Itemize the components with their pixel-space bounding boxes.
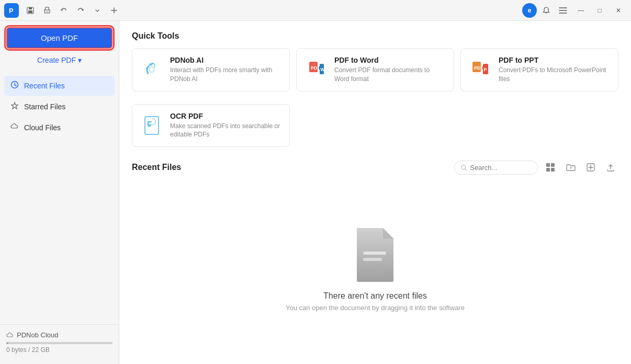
save-button[interactable] xyxy=(23,3,38,18)
svg-rect-27 xyxy=(363,258,382,261)
svg-rect-23 xyxy=(546,168,550,172)
view-toggle-button[interactable] xyxy=(543,160,559,175)
user-avatar[interactable]: e xyxy=(522,3,537,18)
app-icon: P xyxy=(4,3,19,18)
svg-text:P: P xyxy=(9,7,14,15)
pdf-to-word-icon: PDF W xyxy=(305,59,327,81)
search-input[interactable] xyxy=(470,164,531,172)
dropdown-button[interactable] xyxy=(90,3,105,18)
svg-point-9 xyxy=(149,67,154,72)
svg-text:P: P xyxy=(484,67,487,72)
open-pdf-button[interactable]: Open PDF xyxy=(6,27,112,49)
add-tab-button[interactable] xyxy=(107,3,121,18)
ocr-pdf-info: OCR PDF Make scanned PDFs into searchabl… xyxy=(170,112,281,140)
pdf-to-ppt-desc: Convert PDFs to Microsoft PowerPoint fil… xyxy=(499,66,610,84)
sidebar-footer: PDNob Cloud 0 bytes / 22 GB xyxy=(0,324,119,358)
recent-files-header: Recent Files xyxy=(132,160,618,175)
pdnob-ai-info: PDNob AI Interact with PDFs more smartly… xyxy=(170,56,281,84)
tool-pdf-to-word[interactable]: PDF W PDF to Word Convert PDF format doc… xyxy=(296,48,454,92)
quick-tools-title: Quick Tools xyxy=(132,31,618,41)
svg-rect-21 xyxy=(546,163,550,167)
sidebar-item-cloud-label: Cloud Files xyxy=(24,123,61,132)
cloud-icon xyxy=(10,122,19,133)
pdf-to-word-desc: Convert PDF format documents to Word for… xyxy=(334,66,445,84)
title-bar-right: e — □ ✕ xyxy=(522,3,627,18)
title-bar-tools xyxy=(23,3,121,18)
pdf-to-word-name: PDF to Word xyxy=(334,56,445,64)
sidebar: Open PDF Create PDF ▾ Recent Files xyxy=(0,21,119,364)
redo-button[interactable] xyxy=(73,3,88,18)
clock-icon xyxy=(10,81,19,91)
folder-button[interactable] xyxy=(563,160,579,175)
svg-rect-24 xyxy=(551,168,555,172)
pdnob-cloud-label: PDNob Cloud xyxy=(17,331,59,339)
ocr-pdf-name: OCR PDF xyxy=(170,112,281,120)
minimize-button[interactable]: — xyxy=(572,3,589,18)
sidebar-item-recent-label: Recent Files xyxy=(24,82,65,90)
print-button[interactable] xyxy=(40,3,54,18)
svg-rect-18 xyxy=(145,117,159,134)
pdnob-ai-name: PDNob AI xyxy=(170,56,281,64)
create-pdf-button[interactable]: Create PDF ▾ xyxy=(6,53,112,67)
sidebar-nav: Recent Files Starred Files Cloud Files xyxy=(0,76,119,324)
svg-text:A: A xyxy=(148,123,151,128)
pdf-to-ppt-info: PDF to PPT Convert PDFs to Microsoft Pow… xyxy=(499,56,610,84)
add-file-button[interactable] xyxy=(583,160,599,175)
star-icon xyxy=(10,101,19,112)
sidebar-item-cloud[interactable]: Cloud Files xyxy=(4,118,115,138)
empty-state: There aren't any recent files You can op… xyxy=(132,184,618,354)
upload-button[interactable] xyxy=(603,160,618,175)
cloud-storage-label: PDNob Cloud xyxy=(6,331,112,339)
tool-ocr-pdf[interactable]: A OCR PDF Make scanned PDFs into searcha… xyxy=(132,104,290,147)
quick-tools-grid: PDNob AI Interact with PDFs more smartly… xyxy=(132,48,618,92)
empty-state-subtitle: You can open the document by dragging it… xyxy=(286,304,465,312)
pdf-to-ppt-icon: PDF P xyxy=(469,59,491,81)
ocr-pdf-icon: A xyxy=(141,115,163,136)
header-actions xyxy=(543,160,618,175)
undo-button[interactable] xyxy=(57,3,71,18)
svg-rect-6 xyxy=(46,7,49,10)
sidebar-item-recent[interactable]: Recent Files xyxy=(4,76,115,96)
empty-file-svg xyxy=(352,225,399,283)
main-layout: Open PDF Create PDF ▾ Recent Files xyxy=(0,21,631,364)
pdf-to-ppt-name: PDF to PPT xyxy=(499,56,610,64)
empty-state-title: There aren't any recent files xyxy=(323,291,427,301)
menu-button[interactable] xyxy=(556,3,570,18)
recent-files-title: Recent Files xyxy=(132,163,454,172)
content-area: Quick Tools PDNob AI Interact with PDFs … xyxy=(119,21,631,364)
title-bar: P xyxy=(0,0,631,21)
pdnob-ai-desc: Interact with PDFs more smartly with PDN… xyxy=(170,66,281,84)
storage-bar xyxy=(6,342,112,344)
svg-rect-3 xyxy=(29,7,32,9)
storage-bar-fill xyxy=(6,342,8,344)
sidebar-actions: Open PDF Create PDF ▾ xyxy=(0,27,119,76)
pdf-to-word-info: PDF to Word Convert PDF format documents… xyxy=(334,56,445,84)
svg-rect-22 xyxy=(551,163,555,167)
storage-text: 0 bytes / 22 GB xyxy=(6,346,112,354)
search-icon xyxy=(461,164,467,171)
tool-pdnob-ai[interactable]: PDNob AI Interact with PDFs more smartly… xyxy=(132,48,290,92)
notification-button[interactable] xyxy=(539,3,554,18)
svg-text:W: W xyxy=(321,67,325,72)
sidebar-item-starred-label: Starred Files xyxy=(24,103,65,111)
svg-rect-4 xyxy=(28,10,32,13)
tool-pdf-to-ppt[interactable]: PDF P PDF to PPT Convert PDFs to Microso… xyxy=(460,48,618,92)
search-bar[interactable] xyxy=(454,161,538,175)
maximize-button[interactable]: □ xyxy=(591,3,608,18)
quick-tools-row2: A OCR PDF Make scanned PDFs into searcha… xyxy=(132,104,618,147)
svg-rect-26 xyxy=(363,252,386,255)
pdnob-ai-icon xyxy=(141,59,163,81)
close-button[interactable]: ✕ xyxy=(610,3,627,18)
sidebar-item-starred[interactable]: Starred Files xyxy=(4,97,115,117)
ocr-pdf-desc: Make scanned PDFs into searchable or edi… xyxy=(170,122,281,140)
svg-rect-7 xyxy=(46,11,49,13)
